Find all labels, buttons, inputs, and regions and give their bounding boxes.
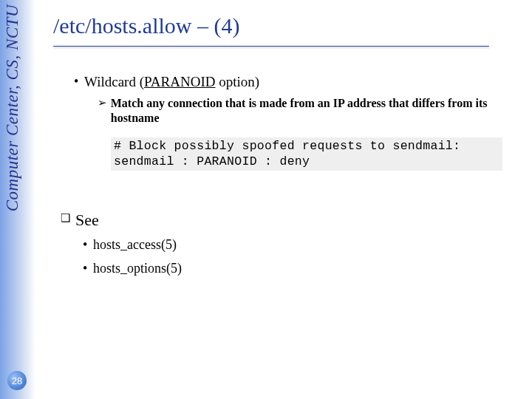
- see-item-1-text: hosts_access(5): [93, 237, 177, 253]
- slide: Computer Center, CS, NCTU /etc/hosts.all…: [0, 0, 532, 399]
- bullet-dot-icon: •: [83, 261, 93, 277]
- slide-title: /etc/hosts.allow – (4): [53, 13, 239, 38]
- arrow-icon: ➢: [98, 96, 111, 110]
- see-item-2-text: hosts_options(5): [93, 261, 182, 276]
- bullet-see-text: See: [75, 211, 99, 230]
- subbullet-match: ➢ Match any connection that is made from…: [98, 96, 504, 126]
- bullet-dot-icon: •: [83, 237, 93, 253]
- bullet-dot-icon: •: [74, 74, 84, 90]
- square-bullet-icon: ❑: [61, 211, 75, 226]
- slide-content: • Wildcard (PARANOID option) ➢ Match any…: [53, 74, 504, 276]
- page-number: 28: [12, 375, 22, 386]
- bullet-wildcard: • Wildcard (PARANOID option): [74, 74, 504, 90]
- see-item-2: • hosts_options(5): [83, 261, 504, 277]
- code-block: # Block possibly spoofed requests to sen…: [111, 137, 502, 171]
- bullet-prefix: Wildcard (: [84, 74, 144, 89]
- code-line-2: sendmail : PARANOID : deny: [114, 154, 499, 170]
- code-line-1: # Block possibly spoofed requests to sen…: [114, 139, 499, 154]
- sidebar-label: Computer Center, CS, NCTU: [3, 4, 22, 211]
- bullet-suffix: option): [215, 74, 259, 89]
- title-underline: [53, 46, 489, 47]
- page-number-badge: 28: [7, 371, 27, 390]
- bullet-wildcard-text: Wildcard (PARANOID option): [84, 74, 259, 90]
- subbullet-match-text: Match any connection that is made from a…: [111, 96, 504, 126]
- see-item-1: • hosts_access(5): [83, 237, 504, 253]
- bullet-see: ❑ See: [61, 211, 504, 230]
- bullet-paranoid: PARANOID: [144, 74, 215, 89]
